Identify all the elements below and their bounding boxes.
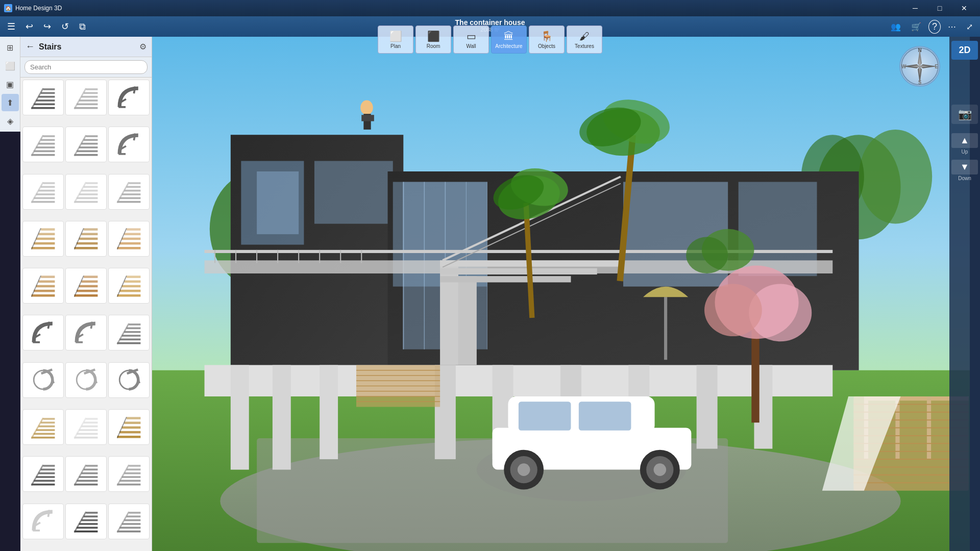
cart-button[interactable]: 🛒 bbox=[908, 20, 924, 34]
stair-item[interactable] bbox=[108, 268, 150, 304]
stair-item[interactable] bbox=[108, 456, 150, 492]
stair-item[interactable] bbox=[22, 315, 64, 350]
stair-item[interactable] bbox=[22, 127, 64, 162]
svg-rect-10 bbox=[81, 95, 97, 97]
stair-item[interactable] bbox=[108, 80, 150, 115]
back-button[interactable]: ← bbox=[26, 41, 35, 52]
stair-item[interactable] bbox=[65, 80, 107, 115]
help-button[interactable]: ? bbox=[928, 20, 941, 34]
stair-item[interactable] bbox=[65, 362, 107, 398]
users-button[interactable]: 👥 bbox=[888, 20, 904, 34]
more-button[interactable]: ⋯ bbox=[945, 20, 959, 34]
menu-button[interactable]: ☰ bbox=[4, 19, 18, 34]
stair-item[interactable] bbox=[65, 127, 107, 162]
svg-rect-114 bbox=[34, 433, 55, 435]
up-button[interactable]: ▲ bbox=[951, 133, 978, 148]
stair-item[interactable] bbox=[65, 221, 107, 257]
settings-button[interactable]: ⚙ bbox=[139, 42, 146, 52]
undo-button[interactable]: ↩ bbox=[22, 19, 36, 34]
stair-item[interactable] bbox=[22, 268, 64, 304]
stair-item[interactable] bbox=[22, 221, 64, 257]
view-2d-button[interactable]: 2D bbox=[951, 41, 978, 60]
stair-item[interactable] bbox=[65, 504, 107, 539]
svg-rect-123 bbox=[81, 425, 97, 427]
mode-btn-room[interactable]: ⬛Room bbox=[415, 26, 451, 54]
minimize-button[interactable]: ─ bbox=[903, 0, 927, 16]
svg-rect-24 bbox=[75, 154, 98, 156]
window-controls: ─ □ ✕ bbox=[903, 0, 976, 16]
svg-rect-116 bbox=[38, 425, 55, 427]
stair-item[interactable] bbox=[65, 174, 107, 210]
svg-rect-120 bbox=[75, 436, 98, 438]
svg-rect-29 bbox=[86, 135, 98, 137]
mode-btn-wall[interactable]: ▭Wall bbox=[453, 26, 489, 54]
mode-btn-plan[interactable]: ⬜Plan bbox=[378, 26, 413, 54]
stair-item[interactable] bbox=[108, 504, 150, 539]
svg-rect-184 bbox=[314, 161, 393, 223]
stair-preview-17 bbox=[72, 319, 100, 347]
stair-item[interactable] bbox=[22, 504, 64, 539]
items-grid bbox=[20, 78, 152, 551]
stair-item[interactable] bbox=[108, 409, 150, 445]
stair-item[interactable] bbox=[65, 315, 107, 350]
stair-item[interactable] bbox=[22, 174, 64, 210]
side-icon-stairs-mode[interactable]: ⬆ bbox=[2, 94, 19, 111]
maximize-button[interactable]: □ bbox=[928, 0, 951, 16]
svg-rect-121 bbox=[77, 433, 97, 435]
svg-rect-3 bbox=[38, 95, 55, 97]
svg-rect-129 bbox=[122, 426, 141, 429]
app-icon: 🏠 bbox=[4, 4, 12, 12]
side-icon-walls[interactable]: ⬜ bbox=[2, 57, 19, 74]
svg-rect-115 bbox=[36, 429, 55, 431]
mode-btn-textures[interactable]: 🖌Textures bbox=[567, 26, 602, 54]
redo-button[interactable]: ↪ bbox=[40, 19, 54, 34]
mode-icon-room: ⬛ bbox=[427, 30, 440, 42]
svg-rect-14 bbox=[118, 106, 126, 108]
refresh-button[interactable]: ↺ bbox=[58, 19, 72, 34]
svg-point-176 bbox=[859, 130, 933, 224]
svg-rect-164 bbox=[117, 531, 141, 533]
stair-item[interactable] bbox=[108, 221, 150, 257]
svg-rect-157 bbox=[75, 531, 98, 533]
svg-rect-225 bbox=[519, 402, 571, 430]
svg-rect-53 bbox=[129, 182, 141, 184]
svg-rect-26 bbox=[79, 146, 98, 148]
stair-item[interactable] bbox=[108, 315, 150, 350]
close-button[interactable]: ✕ bbox=[952, 0, 976, 16]
copy-button[interactable]: ⧉ bbox=[76, 19, 89, 34]
side-icon-floor-plan[interactable]: ⊞ bbox=[2, 39, 19, 56]
stair-item[interactable] bbox=[22, 456, 64, 492]
stair-item[interactable] bbox=[108, 174, 150, 210]
svg-rect-226 bbox=[579, 402, 631, 430]
svg-rect-70 bbox=[124, 233, 140, 236]
stair-item[interactable] bbox=[108, 362, 150, 398]
stair-item[interactable] bbox=[22, 80, 64, 115]
mode-btn-objects[interactable]: 🪑Objects bbox=[529, 26, 565, 54]
down-button[interactable]: ▼ bbox=[951, 160, 978, 174]
svg-rect-35 bbox=[34, 197, 55, 199]
side-icon-rooms[interactable]: ▣ bbox=[2, 76, 19, 93]
stair-item[interactable] bbox=[65, 268, 107, 304]
svg-rect-218 bbox=[440, 268, 597, 274]
search-input[interactable] bbox=[24, 60, 148, 74]
svg-rect-59 bbox=[41, 229, 55, 231]
svg-rect-86 bbox=[119, 290, 140, 292]
stair-item[interactable] bbox=[22, 362, 64, 398]
stair-preview-19 bbox=[29, 366, 57, 394]
svg-rect-98 bbox=[119, 338, 140, 340]
stair-item[interactable] bbox=[22, 409, 64, 445]
stair-item[interactable] bbox=[65, 456, 107, 492]
stair-item[interactable] bbox=[65, 409, 107, 445]
expand-button[interactable]: ⤢ bbox=[963, 20, 976, 34]
stair-item[interactable] bbox=[108, 127, 150, 162]
svg-rect-154 bbox=[33, 530, 40, 532]
sidebar-header: ← Stairs ⚙ bbox=[20, 37, 152, 57]
stair-preview-21 bbox=[115, 366, 143, 394]
svg-rect-125 bbox=[86, 418, 98, 420]
svg-rect-151 bbox=[127, 468, 140, 470]
camera-button[interactable]: 📷 bbox=[951, 105, 978, 124]
svg-rect-49 bbox=[119, 197, 140, 199]
mode-btn-architecture[interactable]: 🏛Architecture bbox=[491, 26, 527, 54]
main-view[interactable] bbox=[152, 37, 970, 551]
side-icon-objects-mode[interactable]: ◈ bbox=[2, 112, 19, 130]
